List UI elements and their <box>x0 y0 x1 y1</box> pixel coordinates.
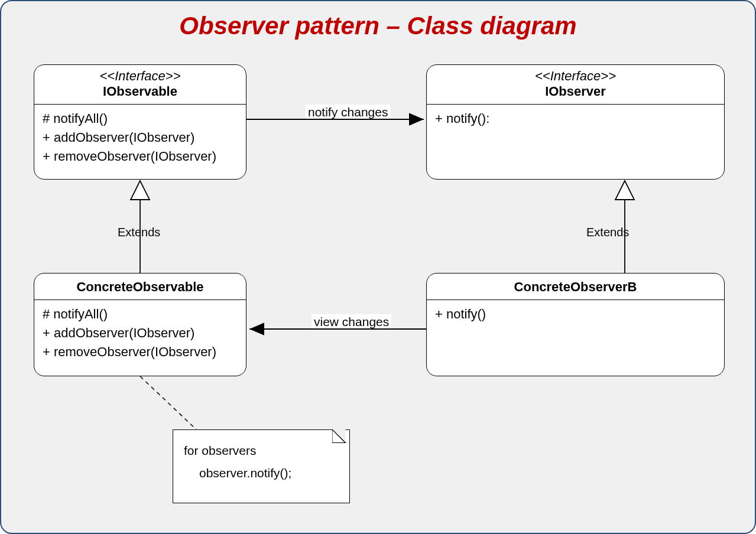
generalization-right-arrow <box>615 181 634 200</box>
generalization-left-arrow <box>131 181 150 200</box>
relation-notify-label: notify changes <box>306 105 390 120</box>
class-header: ConcreteObservable <box>34 273 246 300</box>
extends-right-label: Extends <box>586 226 629 239</box>
class-header: <<Interface>> IObserver <box>427 65 724 105</box>
class-members: + notify(): <box>427 105 724 135</box>
class-header: ConcreteObserverB <box>427 273 724 300</box>
note-line: observer.notify(); <box>184 462 339 484</box>
relation-view-label: view changes <box>312 314 391 330</box>
uml-note: for observers observer.notify(); <box>173 429 350 503</box>
class-members: # notifyAll() + addObserver(IObserver) +… <box>34 105 246 173</box>
class-members: # notifyAll() + addObserver(IObserver) +… <box>34 300 246 369</box>
note-anchor <box>140 376 196 429</box>
note-line: for observers <box>184 439 339 462</box>
class-name-label: IObserver <box>433 84 718 99</box>
extends-left-label: Extends <box>118 226 160 239</box>
diagram-title: Observer pattern – Class diagram <box>1 12 755 40</box>
class-members: + notify() <box>427 300 724 331</box>
class-name-label: ConcreteObserverB <box>433 279 718 295</box>
class-iobservable: <<Interface>> IObservable # notifyAll() … <box>34 64 246 180</box>
class-concreteobservable: ConcreteObservable # notifyAll() + addOb… <box>34 273 246 376</box>
class-concreteobserverb: ConcreteObserverB + notify() <box>426 273 725 376</box>
stereotype-label: <<Interface>> <box>40 69 240 84</box>
class-iobserver: <<Interface>> IObserver + notify(): <box>426 64 725 180</box>
stereotype-label: <<Interface>> <box>433 69 718 84</box>
note-text: for observers observer.notify(); <box>173 430 349 495</box>
class-name-label: IObservable <box>40 84 240 99</box>
class-name-label: ConcreteObservable <box>40 279 240 295</box>
diagram-frame: Observer pattern – Class diagram <<Inter… <box>0 0 756 534</box>
class-header: <<Interface>> IObservable <box>34 65 246 105</box>
